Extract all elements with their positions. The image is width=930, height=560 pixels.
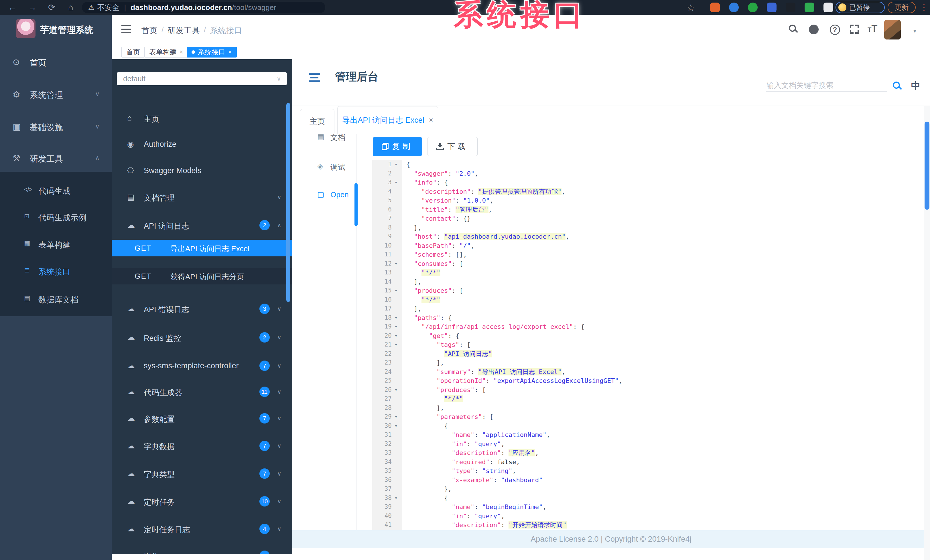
sidebar-item-1[interactable]: ⊙首页 bbox=[0, 55, 112, 69]
nav-scrollbar-thumb[interactable] bbox=[354, 183, 358, 226]
page-scrollbar[interactable] bbox=[924, 106, 930, 560]
sidebar-item-2[interactable]: ⚙系统管理∨ bbox=[0, 87, 112, 102]
tags-view-bar: 首页表单构建×系统接口× bbox=[112, 45, 930, 60]
avatar-caret-icon[interactable]: ▾ bbox=[913, 28, 916, 34]
copy-label: 复制 bbox=[392, 141, 413, 152]
fold-icon[interactable]: ▾ bbox=[392, 313, 400, 322]
fold-icon[interactable]: ▾ bbox=[392, 494, 400, 503]
header-search-icon[interactable] bbox=[789, 25, 798, 33]
close-icon[interactable]: × bbox=[429, 116, 433, 124]
page-scrollbar-thumb[interactable] bbox=[925, 121, 929, 210]
fold-icon[interactable]: ▾ bbox=[392, 340, 400, 350]
extension-icon[interactable] bbox=[729, 3, 739, 12]
github-icon[interactable] bbox=[809, 25, 819, 34]
extension-icon[interactable] bbox=[786, 3, 795, 12]
browser-menu-icon[interactable]: ⋮ bbox=[920, 2, 928, 12]
code-line: 7"contact": {} bbox=[372, 214, 930, 223]
fold-icon[interactable]: ▾ bbox=[392, 322, 400, 331]
url-path: /tool/swagger bbox=[232, 3, 276, 12]
browser-forward-icon[interactable]: → bbox=[28, 2, 37, 13]
fold-icon bbox=[392, 169, 400, 178]
gutter: 4 bbox=[372, 187, 402, 196]
nav-item-调试[interactable]: ◈调试 bbox=[292, 161, 356, 173]
operation-item[interactable]: GET获得API 访问日志分页 bbox=[112, 268, 292, 284]
address-bar[interactable]: ⚠ 不安全 | dashboard.yudao.iocoder.cn /tool… bbox=[82, 2, 325, 13]
extension-icon[interactable] bbox=[805, 3, 815, 12]
profile-paused-badge[interactable]: 已暂停 bbox=[836, 2, 885, 13]
open-file-icon: ▢ bbox=[317, 190, 325, 199]
breadcrumb-item[interactable]: 首页 bbox=[142, 25, 157, 36]
download-button[interactable]: 下载 bbox=[427, 137, 477, 156]
sidebar-subitem-4[interactable]: ≣系统接口 bbox=[0, 264, 112, 278]
tag-active[interactable]: 系统接口× bbox=[187, 47, 237, 58]
language-toggle[interactable]: 中 bbox=[911, 80, 920, 92]
update-button[interactable]: 更新 bbox=[888, 2, 916, 13]
swagger-group-item[interactable]: ☁定时任务10∨ bbox=[112, 495, 292, 508]
swagger-group-item[interactable]: ☁参数配置7∨ bbox=[112, 412, 292, 425]
extension-icon[interactable] bbox=[767, 3, 776, 12]
swagger-group-item[interactable]: ☁sys-sms-template-controller7∨ bbox=[112, 359, 292, 372]
bookmark-star-icon[interactable]: ☆ bbox=[687, 2, 695, 13]
doc-search-input[interactable] bbox=[766, 80, 887, 92]
fold-icon[interactable]: ▾ bbox=[392, 412, 400, 422]
cloud-icon: ☁ bbox=[127, 469, 135, 478]
tag-item[interactable]: 表单构建× bbox=[144, 47, 188, 58]
fold-icon[interactable]: ▾ bbox=[392, 422, 400, 431]
swagger-menu-item-2[interactable]: ◉Authorize bbox=[112, 138, 292, 150]
fold-icon[interactable]: ▾ bbox=[392, 178, 400, 187]
breadcrumb-item[interactable]: 研发工具 bbox=[168, 25, 200, 36]
swagger-group-item[interactable]: ☁字典数据7∨ bbox=[112, 440, 292, 452]
swagger-menu-item-5[interactable]: ☁API 访问日志2∧ bbox=[112, 219, 292, 232]
group-select[interactable]: default ∨ bbox=[117, 72, 287, 85]
fold-icon[interactable]: ▾ bbox=[392, 331, 400, 341]
sidebar-subitem-3[interactable]: ▦表单构建 bbox=[0, 237, 112, 251]
cloud-icon: ☁ bbox=[127, 497, 135, 506]
user-avatar[interactable] bbox=[884, 20, 901, 40]
sidebar-item-3[interactable]: ▣基础设施∨ bbox=[0, 119, 112, 134]
extension-icon[interactable] bbox=[710, 3, 720, 12]
font-size-icon[interactable]: TT bbox=[868, 23, 877, 34]
swagger-sidebar-scrollbar[interactable] bbox=[286, 103, 290, 302]
sidebar-toggle-icon[interactable] bbox=[122, 25, 131, 33]
doc-tab[interactable]: 主页 bbox=[300, 109, 334, 133]
copy-button[interactable]: 复制 bbox=[373, 137, 422, 156]
sidebar-item-4[interactable]: ⚒研发工具∧ bbox=[0, 151, 112, 166]
swagger-menu-item-1[interactable]: ⌂主页 bbox=[112, 112, 292, 124]
gutter: 6 bbox=[372, 205, 402, 214]
sidebar-subitem-1[interactable]: </>代码生成 bbox=[0, 183, 112, 197]
chevron-down-icon: ∨ bbox=[95, 123, 100, 130]
browser-back-icon[interactable]: ← bbox=[8, 2, 17, 13]
swagger-group-item[interactable]: ☁API 错误日志3∨ bbox=[112, 302, 292, 315]
swagger-menu-item-3[interactable]: ⎔Swagger Models bbox=[112, 164, 292, 177]
extension-icon[interactable] bbox=[748, 3, 758, 12]
operation-item-active[interactable]: GET导出API 访问日志 Excel bbox=[112, 240, 292, 256]
fold-icon[interactable]: ▾ bbox=[392, 286, 400, 295]
fold-icon[interactable]: ▾ bbox=[392, 160, 400, 169]
doc-search-icon[interactable] bbox=[893, 81, 901, 90]
swagger-group-item[interactable]: ☁岗位∨ bbox=[112, 549, 292, 554]
sidebar-subitem-5[interactable]: ▤数据库文档 bbox=[0, 292, 112, 306]
tag-item[interactable]: 首页 bbox=[122, 47, 145, 58]
nav-item-open[interactable]: ▢Open bbox=[292, 189, 356, 201]
browser-home-icon[interactable]: ⌂ bbox=[68, 2, 73, 13]
swagger-menu-item-4[interactable]: ▤文档管理∨ bbox=[112, 191, 292, 204]
help-icon[interactable]: ? bbox=[830, 25, 840, 35]
code-line: 32"in": "query", bbox=[372, 440, 930, 449]
close-icon[interactable]: × bbox=[228, 48, 232, 56]
sidebar-subitem-2[interactable]: ⊡代码生成示例 bbox=[0, 210, 112, 224]
browser-reload-icon[interactable]: ⟳ bbox=[48, 2, 55, 13]
active-dot-icon bbox=[192, 51, 195, 54]
gutter: 17 bbox=[372, 304, 402, 313]
fullscreen-icon[interactable] bbox=[850, 25, 859, 34]
fold-icon[interactable]: ▾ bbox=[392, 259, 400, 268]
doc-tab-active[interactable]: 导出API 访问日志 Excel× bbox=[337, 106, 438, 133]
swagger-group-item[interactable]: ☁字典类型7∨ bbox=[112, 467, 292, 480]
line-number: 6 bbox=[372, 205, 392, 214]
fold-icon[interactable]: ▾ bbox=[392, 385, 400, 394]
fold-icon bbox=[392, 448, 400, 457]
extension-icon[interactable] bbox=[824, 3, 833, 12]
swagger-group-item[interactable]: ☁代码生成器11∨ bbox=[112, 385, 292, 398]
swagger-group-item[interactable]: ☁定时任务日志4∨ bbox=[112, 523, 292, 535]
close-icon[interactable]: × bbox=[180, 48, 183, 56]
swagger-group-item[interactable]: ☁Redis 监控2∨ bbox=[112, 331, 292, 344]
